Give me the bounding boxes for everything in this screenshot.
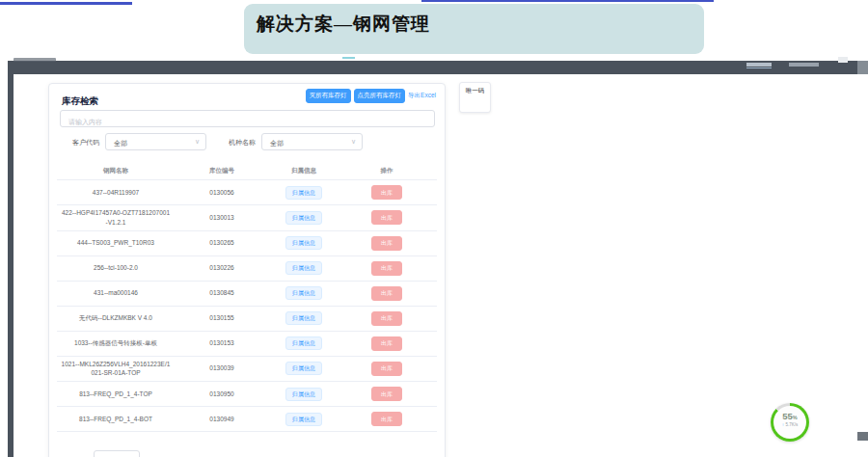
stencil-name: 422--HGP4I17457A0-OZT7181207001-V1.2.1 xyxy=(57,205,175,230)
customer-code-value: 全部 xyxy=(114,139,127,148)
attribution-info-button[interactable]: 归属信息 xyxy=(285,236,322,250)
customer-code-select[interactable]: 全部 ∨ xyxy=(105,133,206,150)
app-window: 库存检索 灭所有库存灯 点亮所有库存灯 导出Excel 客户代码 全部 ∨ 机种… xyxy=(8,61,868,457)
operation-cell: 出库 xyxy=(339,334,435,354)
location-code: 0130226 xyxy=(175,260,269,276)
outbound-button[interactable]: 出库 xyxy=(371,185,402,200)
outbound-button[interactable]: 出库 xyxy=(371,336,402,351)
table-row: 422--HGP4I17457A0-OZT7181207001-V1.2.1 0… xyxy=(57,205,437,231)
filter-row: 客户代码 全部 ∨ 机种名称 全部 ∨ xyxy=(49,130,445,157)
inventory-search-card: 库存检索 灭所有库存灯 点亮所有库存灯 导出Excel 客户代码 全部 ∨ 机种… xyxy=(48,83,446,457)
titlebar-user-menu[interactable] xyxy=(789,63,819,67)
table-row: 1021--MKL26Z256VLH4_20161223E/1021-SR-01… xyxy=(57,357,437,383)
speed-value: ↑ 5.7K/s xyxy=(773,421,806,428)
outbound-button[interactable]: 出库 xyxy=(371,311,402,326)
location-code: 0130949 xyxy=(175,412,269,427)
attribution-info-button[interactable]: 归属信息 xyxy=(285,311,322,325)
model-name-label: 机种名称 xyxy=(229,138,256,148)
operation-cell: 出库 xyxy=(339,309,435,329)
unique-code-card[interactable]: 唯一码 xyxy=(459,82,491,113)
attribution-cell: 归属信息 xyxy=(269,183,339,202)
operation-cell: 出库 xyxy=(339,182,435,202)
attribution-info-button[interactable]: 归属信息 xyxy=(285,286,322,300)
model-name-value: 全部 xyxy=(270,139,284,148)
outbound-button[interactable]: 出库 xyxy=(371,210,402,225)
col-operation: 操作 xyxy=(339,167,435,175)
col-stencil-name: 钢网名称 xyxy=(57,167,175,175)
up-arrow-icon: ↑ xyxy=(782,422,784,427)
location-code: 0130013 xyxy=(175,210,269,226)
stencil-name: 1033--传感器信号转接板-单板 xyxy=(57,336,175,351)
table-row: 813--FREQ_PD_1_4-BOT 0130949 归属信息 出库 xyxy=(57,407,437,432)
export-excel-link[interactable]: 导出Excel xyxy=(408,92,436,100)
attribution-info-button[interactable]: 归属信息 xyxy=(285,413,322,426)
attribution-info-button[interactable]: 归属信息 xyxy=(285,388,322,401)
operation-cell: 出库 xyxy=(339,233,435,254)
header-actions: 灭所有库存灯 点亮所有库存灯 导出Excel xyxy=(306,89,436,103)
screenshot-root: 解决方案—钢网管理 库存检索 灭所有库存灯 点亮所有库存灯 导出Excel xyxy=(0,0,868,457)
attribution-cell: 归属信息 xyxy=(269,208,339,228)
top-blue-line xyxy=(421,0,714,2)
table-row: 813--FREQ_PD_1_4-TOP 0130950 归属信息 出库 xyxy=(57,382,437,407)
chevron-down-icon: ∨ xyxy=(195,138,200,146)
window-left-edge xyxy=(8,61,14,457)
attribution-cell: 归属信息 xyxy=(269,309,339,328)
attribution-cell: 归属信息 xyxy=(269,410,339,429)
chevron-down-icon: ∨ xyxy=(351,138,356,146)
attribution-cell: 归属信息 xyxy=(269,334,339,353)
operation-cell: 出库 xyxy=(339,207,435,228)
table-row: 444--TS003_PWR_T10R03 0130265 归属信息 出库 xyxy=(57,231,437,256)
titlebar-window-icon[interactable] xyxy=(838,57,848,63)
titlebar-endcap xyxy=(857,61,868,74)
card-header: 库存检索 灭所有库存灯 点亮所有库存灯 导出Excel xyxy=(49,84,445,107)
operation-cell: 出库 xyxy=(339,283,435,304)
stencil-name: 444--TS003_PWR_T10R03 xyxy=(57,235,175,251)
turn-off-all-lights-button[interactable]: 灭所有库存灯 xyxy=(306,89,351,103)
table-row: 437--04R119907 0130056 归属信息 出库 xyxy=(57,180,437,205)
location-code: 0130039 xyxy=(175,361,269,376)
stencil-name: 1021--MKL26Z256VLH4_20161223E/1021-SR-01… xyxy=(57,357,175,382)
location-code: 0130265 xyxy=(175,235,269,251)
col-location-code: 库位编号 xyxy=(175,167,269,175)
network-speed-widget[interactable]: 55% ↑ 5.7K/s xyxy=(771,403,809,442)
attribution-info-button[interactable]: 归属信息 xyxy=(285,362,322,375)
attribution-info-button[interactable]: 归属信息 xyxy=(285,336,322,350)
outbound-button[interactable]: 出库 xyxy=(371,236,402,251)
table-row: 431--ma000146 0130845 归属信息 出库 xyxy=(57,282,437,307)
search-input[interactable] xyxy=(61,115,434,130)
outbound-button[interactable]: 出库 xyxy=(371,412,402,426)
titlebar-link[interactable] xyxy=(746,63,772,67)
light-all-lights-button[interactable]: 点亮所有库存灯 xyxy=(354,89,406,103)
operation-cell: 出库 xyxy=(339,409,435,429)
stencil-name: 813--FREQ_PD_1_4-TOP xyxy=(57,387,175,402)
pagination: 共 10 条 10条/页 ∨ xyxy=(63,450,140,457)
stencil-name: 无代码--DLKZMKBK V 4.0 xyxy=(57,310,175,326)
corner-fragment xyxy=(857,432,868,441)
widget-inner: 55% ↑ 5.7K/s xyxy=(773,406,806,439)
outbound-button[interactable]: 出库 xyxy=(371,362,402,376)
app-titlebar xyxy=(8,61,857,74)
attribution-cell: 归属信息 xyxy=(269,385,339,404)
table-row: 无代码--DLKZMKBK V 4.0 0130155 归属信息 出库 xyxy=(57,307,437,332)
page-size-select[interactable]: 10条/页 ∨ xyxy=(94,450,140,457)
attribution-info-button[interactable]: 归属信息 xyxy=(285,211,322,225)
operation-cell: 出库 xyxy=(339,258,435,279)
model-name-select[interactable]: 全部 ∨ xyxy=(261,133,363,150)
outbound-button[interactable]: 出库 xyxy=(371,387,402,401)
outbound-button[interactable]: 出库 xyxy=(371,261,402,276)
attribution-info-button[interactable]: 归属信息 xyxy=(285,261,322,275)
operation-cell: 出库 xyxy=(339,384,435,404)
operation-cell: 出库 xyxy=(339,359,435,379)
stencil-name: 813--FREQ_PD_1_4-BOT xyxy=(57,412,175,427)
stencil-name: 256--tci-100-2.0 xyxy=(57,260,175,276)
attribution-cell: 归属信息 xyxy=(269,233,339,253)
stencil-name: 431--ma000146 xyxy=(57,285,175,301)
percent-value: 55% xyxy=(773,412,806,421)
location-code: 0130155 xyxy=(175,310,269,326)
customer-code-label: 客户代码 xyxy=(72,138,99,148)
table-header-row: 钢网名称 库位编号 归属信息 操作 xyxy=(57,163,437,180)
attribution-info-button[interactable]: 归属信息 xyxy=(285,186,322,200)
outbound-button[interactable]: 出库 xyxy=(371,286,402,301)
table-body: 437--04R119907 0130056 归属信息 出库 422--HGP4… xyxy=(57,180,437,432)
top-left-blue-line xyxy=(0,2,132,5)
